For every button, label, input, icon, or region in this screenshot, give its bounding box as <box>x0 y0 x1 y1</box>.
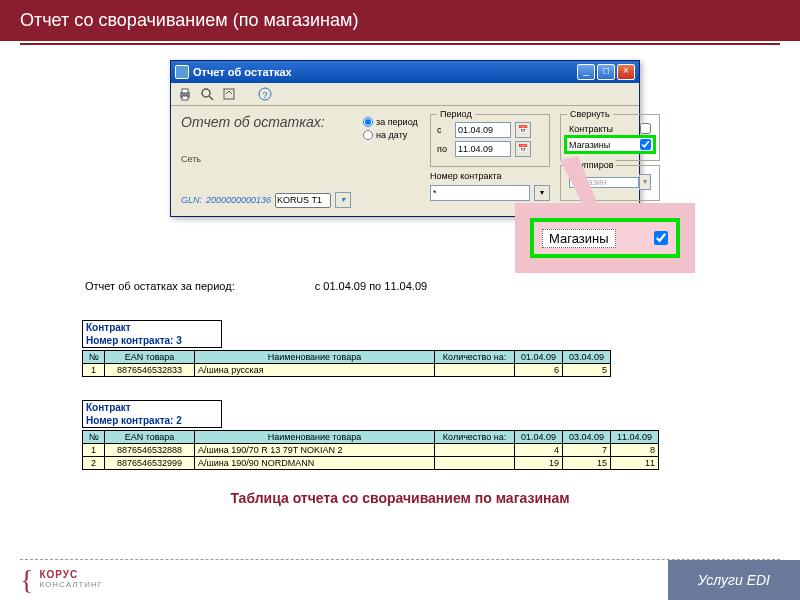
cell: 4 <box>515 444 563 457</box>
chk-stores-label: Магазины <box>569 140 610 150</box>
svg-rect-1 <box>182 89 188 93</box>
help-icon[interactable]: ? <box>257 86 273 102</box>
date-from-label: с <box>437 125 451 135</box>
date-to-input[interactable] <box>455 141 511 157</box>
contract-label: Номер контракта <box>430 171 550 181</box>
cell: 8876546532888 <box>105 444 195 457</box>
cell: 11 <box>611 457 659 470</box>
app-icon <box>175 65 189 79</box>
title-underline <box>20 43 780 45</box>
cell <box>435 444 515 457</box>
svg-rect-2 <box>182 96 188 100</box>
contract-block-2: Контракт Номер контракта: 2 № EAN товара… <box>82 400 659 470</box>
report-main-label: Отчет об остатках: <box>181 114 351 130</box>
contract1-table: № EAN товара Наименование товара Количес… <box>82 350 611 377</box>
svg-line-4 <box>209 96 213 100</box>
th-ean: EAN товара <box>105 351 195 364</box>
collapse-fieldset: Свернуть Контракты Магазины <box>560 114 660 161</box>
logo-brace-icon: { <box>20 564 33 596</box>
th-d3: 11.04.09 <box>611 431 659 444</box>
maximize-button[interactable]: □ <box>597 64 615 80</box>
contract1-title: Контракт <box>83 321 221 334</box>
dropdown-icon[interactable]: ▾ <box>534 185 550 201</box>
preview-icon[interactable] <box>199 86 215 102</box>
th-d2: 03.04.09 <box>563 431 611 444</box>
radio-period-label: за период <box>376 117 418 127</box>
cell: 8876546532999 <box>105 457 195 470</box>
th-name: Наименование товара <box>195 431 435 444</box>
contract-select[interactable] <box>430 185 530 201</box>
cell: 7 <box>563 444 611 457</box>
cell: 1 <box>83 444 105 457</box>
korus-logo: { КОРУС КОНСАЛТИНГ <box>0 560 103 600</box>
chk-stores[interactable] <box>640 139 651 150</box>
th-name: Наименование товара <box>195 351 435 364</box>
gln-label: GLN: <box>181 195 202 205</box>
report-summary: Отчет об остатках за период: с 01.04.09 … <box>85 280 427 292</box>
cell: 6 <box>515 364 563 377</box>
th-n: № <box>83 351 105 364</box>
table-caption: Таблица отчета со сворачиванием по магаз… <box>0 490 800 506</box>
callout-checkbox[interactable] <box>654 231 668 245</box>
chk-contracts[interactable] <box>640 123 651 134</box>
export-icon[interactable] <box>221 86 237 102</box>
contract2-number: Номер контракта: 2 <box>83 414 221 427</box>
contract2-title: Контракт <box>83 401 221 414</box>
cell: 15 <box>563 457 611 470</box>
radio-date-label: на дату <box>376 130 407 140</box>
cell <box>435 364 515 377</box>
period-legend: Период <box>437 109 475 119</box>
cell: 1 <box>83 364 105 377</box>
summary-range: с 01.04.09 по 11.04.09 <box>315 280 427 292</box>
cell <box>435 457 515 470</box>
titlebar[interactable]: Отчет об остатках _ □ × <box>171 61 639 83</box>
date-from-input[interactable] <box>455 122 511 138</box>
minimize-button[interactable]: _ <box>577 64 595 80</box>
collapse-legend: Свернуть <box>567 109 612 119</box>
summary-label: Отчет об остатках за период: <box>85 280 235 292</box>
table-row: 1 8876546532833 А/шина русская 6 5 <box>83 364 611 377</box>
cell: А/шина русская <box>195 364 435 377</box>
net-select[interactable] <box>275 193 331 208</box>
print-icon[interactable] <box>177 86 193 102</box>
svg-text:?: ? <box>262 90 267 100</box>
callout-label: Магазины <box>542 229 616 248</box>
slide-title: Отчет со сворачиванием (по магазинам) <box>0 0 800 41</box>
net-dropdown-icon[interactable]: ▾ <box>335 192 351 208</box>
footer: { КОРУС КОНСАЛТИНГ Услуги EDI <box>0 560 800 600</box>
th-d1: 01.04.09 <box>515 351 563 364</box>
cell: 19 <box>515 457 563 470</box>
cell: 8 <box>611 444 659 457</box>
cell: А/шина 190/70 R 13 79T NOKIAN 2 <box>195 444 435 457</box>
cell: 8876546532833 <box>105 364 195 377</box>
window-title: Отчет об остатках <box>193 66 292 78</box>
calendar-icon[interactable]: 📅 <box>515 141 531 157</box>
net-label: Сеть <box>181 154 201 164</box>
date-to-label: по <box>437 144 451 154</box>
th-qty: Количество на: <box>435 431 515 444</box>
th-d1: 01.04.09 <box>515 431 563 444</box>
logo-consulting: КОНСАЛТИНГ <box>39 580 103 590</box>
dropdown-icon: ▾ <box>639 174 651 190</box>
period-fieldset: Период с 📅 по 📅 <box>430 114 550 167</box>
svg-point-3 <box>202 89 210 97</box>
contract-block-1: Контракт Номер контракта: 3 № EAN товара… <box>82 320 611 377</box>
table-row: 2 8876546532999 А/шина 190/90 NORDMANN 1… <box>83 457 659 470</box>
th-ean: EAN товара <box>105 431 195 444</box>
toolbar: ? <box>171 83 639 106</box>
contract1-number: Номер контракта: 3 <box>83 334 221 347</box>
cell: А/шина 190/90 NORDMANN <box>195 457 435 470</box>
footer-service: Услуги EDI <box>668 560 800 600</box>
cell: 2 <box>83 457 105 470</box>
logo-korus: КОРУС <box>39 570 103 580</box>
table-row: 1 8876546532888 А/шина 190/70 R 13 79T N… <box>83 444 659 457</box>
close-button[interactable]: × <box>617 64 635 80</box>
radio-date[interactable] <box>363 130 373 140</box>
stores-callout: Магазины <box>530 218 680 258</box>
gln-value: 2000000000136 <box>206 195 271 205</box>
radio-period[interactable] <box>363 117 373 127</box>
th-n: № <box>83 431 105 444</box>
calendar-icon[interactable]: 📅 <box>515 122 531 138</box>
cell: 5 <box>563 364 611 377</box>
contract2-table: № EAN товара Наименование товара Количес… <box>82 430 659 470</box>
